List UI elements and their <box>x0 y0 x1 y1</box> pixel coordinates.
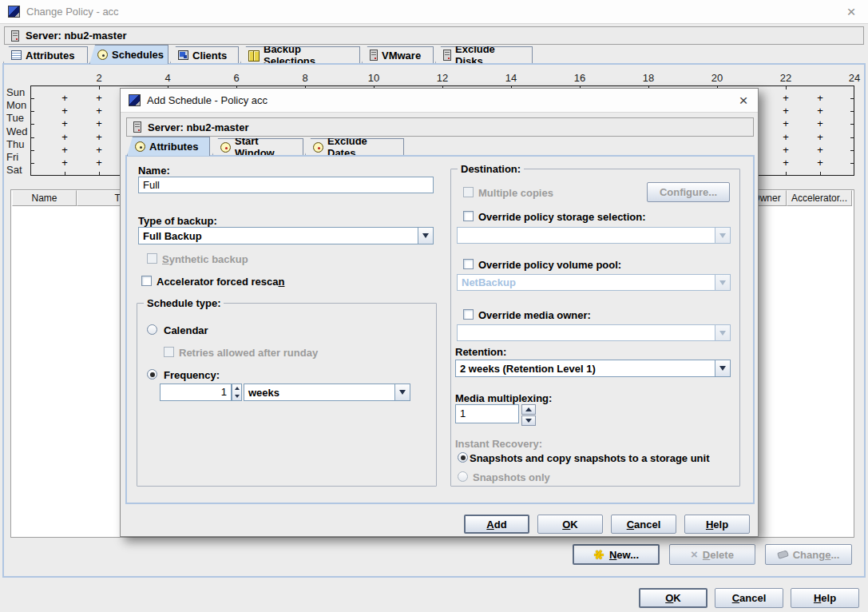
calendar-radio-label: Calendar <box>164 324 208 336</box>
clock-icon <box>220 142 231 153</box>
dialog-cancel-button[interactable]: Cancel <box>611 515 676 534</box>
new-label: New... <box>609 549 639 561</box>
type-of-backup-value: Full Backup <box>143 230 202 242</box>
snapshots-only-radio[interactable] <box>458 471 468 482</box>
new-button[interactable]: New... <box>573 544 660 565</box>
computer-icon <box>178 50 188 60</box>
dialog-server-bar: Server: nbu2-master <box>126 117 754 137</box>
window-title: Change Policy - acc <box>26 6 119 18</box>
column-header-accelerator[interactable]: Accelerator... <box>787 190 852 206</box>
chevron-down-icon <box>715 325 730 340</box>
change-policy-window: Change Policy - acc × Server: nbu2-maste… <box>0 0 868 612</box>
override-media-owner-checkbox[interactable] <box>463 309 474 320</box>
main-titlebar: Change Policy - acc <box>0 0 868 24</box>
multiplexing-up-button[interactable] <box>521 404 536 415</box>
help-label: Help <box>814 592 836 604</box>
close-icon[interactable]: × <box>840 2 862 22</box>
instant-recovery-label: Instant Recovery: <box>455 438 542 450</box>
delete-x-icon: × <box>691 549 698 560</box>
close-icon[interactable]: × <box>732 91 755 110</box>
frequency-unit-select[interactable]: weeks <box>244 383 410 401</box>
name-label: Name: <box>138 165 170 177</box>
override-volume-pool-label: Override policy volume pool: <box>478 259 621 271</box>
retention-label: Retention: <box>455 346 506 358</box>
delete-button[interactable]: × Delete <box>669 544 755 565</box>
spinner-up-icon[interactable] <box>232 384 241 392</box>
storage-select[interactable] <box>457 227 731 244</box>
synthetic-backup-label: Synthetic backup <box>162 253 248 265</box>
server-icon <box>443 50 451 61</box>
retention-select[interactable]: 2 weeks (Retention Level 1) <box>455 360 731 377</box>
add-label: Add <box>486 519 506 531</box>
help-button[interactable]: Help <box>791 588 859 608</box>
snapshots-only-label: Snapshots only <box>473 471 550 483</box>
volume-pool-value: NetBackup <box>462 276 516 288</box>
ok-label: OK <box>665 592 681 604</box>
schedule-type-legend: Schedule type: <box>144 297 224 309</box>
snapshots-and-copy-radio[interactable] <box>458 452 468 463</box>
name-input[interactable]: Full <box>138 177 434 193</box>
tab-label: Clients <box>192 50 227 62</box>
dialog-ok-button[interactable]: OK <box>537 515 603 534</box>
change-button[interactable]: Change... <box>765 544 852 565</box>
multiple-copies-checkbox[interactable] <box>463 187 474 197</box>
frequency-radio-label: Frequency: <box>164 369 220 381</box>
destination-legend: Destination: <box>458 163 524 175</box>
dialog-tab-attributes[interactable]: Attributes <box>127 137 210 156</box>
tab-label: Schedules <box>112 49 164 61</box>
multiple-copies-label: Multiple copies <box>478 187 553 199</box>
clock-icon <box>97 50 108 60</box>
clock-icon <box>135 141 145 152</box>
tab-label: VMware <box>382 50 421 62</box>
synthetic-backup-checkbox[interactable] <box>147 253 157 264</box>
override-storage-label: Override policy storage selection: <box>478 211 646 223</box>
cancel-label: Cancel <box>627 519 661 531</box>
retries-after-runday-checkbox[interactable] <box>164 347 174 357</box>
ok-button[interactable]: OK <box>639 588 707 608</box>
volume-pool-select[interactable]: NetBackup <box>457 274 731 291</box>
dialog-tab-start-window[interactable]: Start Window <box>212 138 303 155</box>
add-schedule-dialog: Add Schedule - Policy acc × Server: nbu2… <box>120 88 759 537</box>
add-button[interactable]: Add <box>464 515 529 534</box>
dialog-title: Add Schedule - Policy acc <box>147 94 268 106</box>
change-label: Change... <box>793 549 840 561</box>
tab-vmware[interactable]: VMware <box>362 46 434 63</box>
spinner-down-icon[interactable] <box>232 392 241 400</box>
media-owner-select[interactable] <box>457 324 731 341</box>
dialog-titlebar: Add Schedule - Policy acc <box>121 89 758 113</box>
accelerator-forced-rescan-checkbox[interactable] <box>141 276 152 286</box>
calendar-radio[interactable] <box>147 324 157 335</box>
frequency-stepper[interactable] <box>232 383 242 401</box>
frequency-value-input[interactable]: 1 <box>160 383 232 401</box>
ok-label: OK <box>562 519 578 531</box>
chevron-down-icon <box>715 275 730 290</box>
tab-exclude-disks[interactable]: Exclude Disks <box>435 46 533 63</box>
tab-schedules[interactable]: Schedules <box>89 45 168 64</box>
configure-label: Configure... <box>660 186 717 198</box>
delete-label: Delete <box>703 549 734 561</box>
tab-backup-selections[interactable]: Backup Selections <box>240 46 360 63</box>
change-hand-icon <box>777 550 789 559</box>
override-storage-checkbox[interactable] <box>463 211 474 221</box>
cancel-label: Cancel <box>732 592 767 604</box>
frequency-unit-value: weeks <box>248 387 279 399</box>
server-icon <box>370 50 378 61</box>
tab-attributes[interactable]: Attributes <box>3 46 88 63</box>
list-icon <box>11 50 22 60</box>
type-of-backup-select[interactable]: Full Backup <box>138 227 434 244</box>
media-multiplexing-input[interactable]: 1 <box>455 404 519 423</box>
frequency-radio[interactable] <box>147 369 157 380</box>
tab-clients[interactable]: Clients <box>170 46 239 63</box>
books-icon <box>248 50 260 60</box>
media-multiplexing-label: Media multiplexing: <box>455 392 552 404</box>
tab-label: Attributes <box>26 50 74 62</box>
schedule-type-group: Schedule type: Calendar Retries allowed … <box>137 303 437 487</box>
configure-button[interactable]: Configure... <box>647 182 730 202</box>
dialog-help-button[interactable]: Help <box>684 515 750 534</box>
column-header-name[interactable]: Name <box>12 190 77 206</box>
dialog-tab-exclude-dates[interactable]: Exclude Dates <box>305 138 404 155</box>
multiplexing-down-button[interactable] <box>521 415 536 426</box>
override-volume-pool-checkbox[interactable] <box>463 259 474 269</box>
cancel-button[interactable]: Cancel <box>715 588 783 608</box>
chevron-down-icon <box>418 228 433 244</box>
